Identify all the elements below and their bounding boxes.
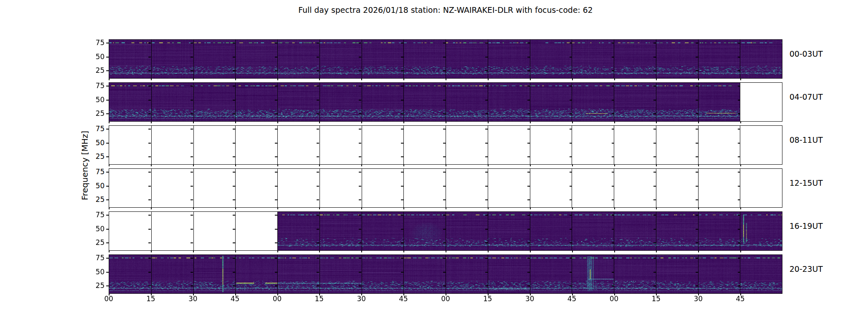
y-tick-mark <box>612 43 614 43</box>
y-tick-mark <box>106 70 109 71</box>
y-tick-mark <box>653 113 656 114</box>
y-tick-mark <box>570 57 572 58</box>
y-tick-mark <box>317 186 319 187</box>
panel-divider <box>403 83 404 121</box>
spectrogram-panel <box>235 255 277 293</box>
y-tick-mark <box>612 129 614 130</box>
y-tick-label: 50 <box>83 139 105 146</box>
y-tick-mark <box>191 70 193 71</box>
empty-panel <box>656 169 698 207</box>
y-tick-mark <box>359 129 361 130</box>
y-tick-mark <box>738 215 740 216</box>
x-tick-mark <box>530 122 531 123</box>
y-tick-mark <box>106 143 109 144</box>
y-tick-mark <box>148 129 151 130</box>
x-tick-label: 15 <box>310 295 328 302</box>
y-tick-mark <box>738 100 740 101</box>
x-tick-mark <box>572 208 573 209</box>
y-tick-mark <box>612 100 614 101</box>
y-tick-mark <box>401 272 403 273</box>
y-tick-mark <box>275 199 277 200</box>
panel-divider <box>740 255 740 293</box>
empty-panel <box>488 126 530 164</box>
panel-divider <box>235 40 236 78</box>
panel-divider <box>698 169 699 207</box>
y-tick-mark <box>233 285 235 286</box>
empty-panel <box>109 212 151 250</box>
y-tick-mark <box>275 272 277 273</box>
x-tick-mark <box>277 79 278 80</box>
x-tick-mark <box>151 208 152 209</box>
y-tick-mark <box>570 199 572 200</box>
spectrogram-panel <box>614 83 656 121</box>
y-tick-mark <box>106 86 109 86</box>
y-tick-mark <box>359 215 361 216</box>
y-tick-mark <box>443 43 446 43</box>
spectrogram-panel <box>656 212 698 250</box>
y-tick-mark <box>233 229 235 230</box>
spectrogram-panel <box>740 40 782 78</box>
x-tick-mark <box>446 208 446 209</box>
spectrogram-panel <box>109 40 151 78</box>
x-tick-mark <box>740 79 741 80</box>
x-tick-mark <box>656 122 657 123</box>
x-tick-mark <box>530 251 531 252</box>
y-tick-mark <box>148 272 151 273</box>
y-tick-mark <box>696 100 698 101</box>
panel-divider <box>320 83 320 121</box>
x-tick-label: 45 <box>731 295 749 302</box>
y-tick-mark <box>485 86 488 86</box>
panel-divider <box>488 255 488 293</box>
spectra-row-04-07UT <box>109 82 782 122</box>
x-tick-mark <box>109 165 110 166</box>
y-tick-mark <box>570 229 572 230</box>
y-tick-mark <box>738 86 740 86</box>
y-tick-mark <box>696 156 698 157</box>
x-tick-mark <box>698 251 699 252</box>
panel-divider <box>151 83 152 121</box>
y-tick-mark <box>106 156 109 157</box>
empty-panel <box>277 126 320 164</box>
y-tick-mark <box>148 86 151 86</box>
y-tick-mark <box>401 113 403 114</box>
y-tick-mark <box>485 57 488 58</box>
panel-divider <box>614 169 614 207</box>
y-tick-mark <box>443 100 446 101</box>
y-tick-mark <box>653 258 656 259</box>
y-tick-mark <box>148 156 151 157</box>
empty-panel <box>403 126 446 164</box>
y-tick-label: 75 <box>83 254 105 261</box>
panel-divider <box>740 169 740 207</box>
y-tick-mark <box>191 113 193 114</box>
x-tick-mark <box>614 251 615 252</box>
empty-panel <box>235 126 277 164</box>
panel-divider <box>656 126 656 164</box>
x-tick-mark <box>656 251 657 252</box>
y-tick-mark <box>191 143 193 144</box>
panel-divider <box>193 212 194 250</box>
y-tick-mark <box>148 285 151 286</box>
panel-divider <box>530 83 530 121</box>
x-tick-mark <box>361 165 362 166</box>
x-tick-mark <box>277 122 278 123</box>
x-tick-mark <box>403 165 404 166</box>
x-tick-mark <box>361 251 362 252</box>
x-tick-label: 15 <box>479 295 497 302</box>
y-tick-mark <box>401 129 403 130</box>
spectrogram-panel <box>572 40 614 78</box>
spectrogram-panel <box>488 40 530 78</box>
panel-divider <box>193 255 194 293</box>
spectrogram-panel <box>403 212 446 250</box>
x-tick-mark <box>403 122 404 123</box>
y-tick-mark <box>275 215 277 216</box>
spectrogram-panel <box>403 255 446 293</box>
panel-divider <box>193 126 194 164</box>
panel-divider <box>151 40 152 78</box>
y-tick-mark <box>106 215 109 216</box>
y-tick-mark <box>359 199 361 200</box>
y-tick-mark <box>359 143 361 144</box>
spectrogram-panel <box>320 83 362 121</box>
x-tick-mark <box>319 208 320 209</box>
panel-divider <box>193 83 194 121</box>
y-tick-mark <box>443 272 446 273</box>
